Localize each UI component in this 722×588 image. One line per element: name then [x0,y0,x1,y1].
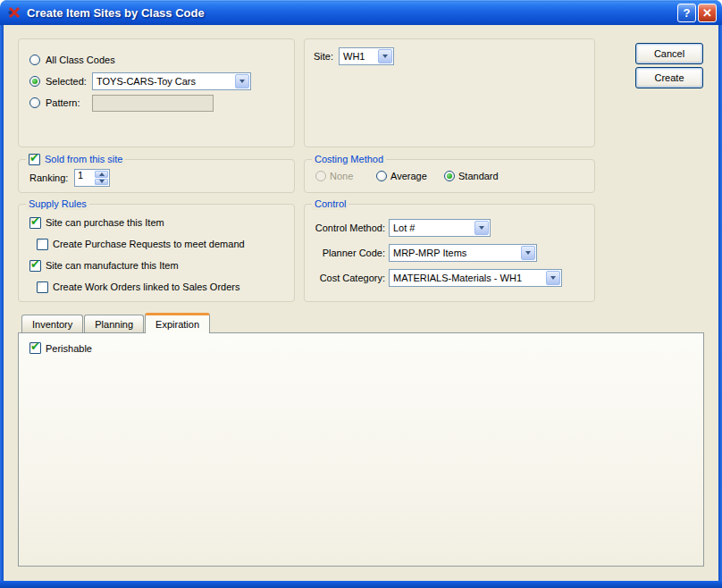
control-method-combobox[interactable]: Lot # [389,219,491,237]
create-work-orders-checkbox[interactable]: ✔ [37,281,48,293]
site-combobox[interactable]: WH1 [339,47,394,65]
costing-method-group: Costing Method None Average Standard [304,159,595,193]
site-can-manufacture-checkbox[interactable]: ✔ [29,260,41,272]
control-method-dropdown-button[interactable] [474,221,489,235]
cost-category-combobox[interactable]: MATERIALS-Materials - WH1 [389,269,562,287]
ranking-input[interactable] [75,170,94,181]
dialog-body: All Class Codes Selected: TOYS-CARS-Toy … [4,25,718,581]
create-purchase-requests-checkbox[interactable]: ✔ [37,239,48,250]
check-icon: ✔ [30,214,40,228]
all-class-codes-option[interactable]: All Class Codes [29,50,115,70]
help-icon: ? [684,6,691,20]
costing-none-radio [315,171,326,181]
window-border-bottom [0,581,722,588]
cost-category-dropdown-button[interactable] [546,271,560,285]
sold-from-site-group: ✔ Sold from this site Ranking: [18,159,295,193]
sold-from-site-checkbox[interactable]: ✔ [29,154,40,165]
chevron-down-icon [550,276,556,280]
perishable-label: Perishable [46,343,92,354]
tab-inventory[interactable]: Inventory [21,315,83,332]
all-class-codes-radio[interactable] [29,55,40,65]
ranking-spinner[interactable] [74,169,110,187]
create-purchase-requests-option[interactable]: ✔ Create Purchase Requests to meet deman… [37,238,294,250]
arrow-up-icon [99,172,105,176]
cost-category-value: MATERIALS-Materials - WH1 [390,270,545,286]
check-icon: ✔ [30,257,40,271]
dialog-window: Create Item Sites by Class Code ? ✕ All … [0,0,722,588]
site-can-manufacture-label: Site can manufacture this Item [46,260,179,271]
site-combobox-dropdown-button[interactable] [378,49,392,63]
window-title: Create Item Sites by Class Code [27,6,677,20]
planner-code-combobox[interactable]: MRP-MRP Items [389,244,537,262]
chevron-down-icon [382,55,388,58]
create-purchase-requests-label: Create Purchase Requests to meet demand [53,239,245,249]
close-icon: ✕ [702,6,712,20]
planner-code-dropdown-button[interactable] [521,246,535,260]
control-title: Control [312,197,348,210]
tab-expiration-label: Expiration [155,319,199,330]
costing-standard-radio[interactable] [444,171,455,181]
site-label: Site: [314,51,333,62]
planner-code-value: MRP-MRP Items [390,245,520,261]
supply-rules-title: Supply Rules [26,197,89,210]
selected-label: Selected: [46,76,87,87]
chevron-down-icon [525,251,531,255]
class-code-combobox-dropdown-button[interactable] [235,74,249,88]
selected-class-code-option[interactable]: Selected: TOYS-CARS-Toy Cars [29,71,251,91]
control-method-label: Control Method: [312,223,385,233]
pattern-radio[interactable] [29,97,40,108]
check-icon: ✔ [30,340,40,353]
check-icon: ✔ [29,151,39,164]
tab-expiration[interactable]: Expiration [145,313,210,333]
class-code-combobox-value: TOYS-CARS-Toy Cars [93,73,234,89]
close-button[interactable]: ✕ [698,4,717,22]
tab-bar: Inventory Planning Expiration [21,313,211,332]
site-combobox-value: WH1 [340,48,377,64]
planner-code-label: Planner Code: [312,248,385,258]
perishable-checkbox[interactable]: ✔ [29,342,41,354]
cancel-button-label: Cancel [654,48,684,59]
costing-average-radio[interactable] [376,171,387,181]
site-group: Site: WH1 [304,38,595,147]
pattern-option[interactable]: Pattern: [29,93,214,113]
control-method-value: Lot # [390,220,474,236]
costing-average-label: Average [390,171,427,181]
costing-none-option: None [315,171,353,181]
cost-category-label: Cost Category: [312,273,385,283]
pattern-label: Pattern: [46,97,87,108]
supply-rules-group: Supply Rules ✔ Site can purchase this It… [18,204,295,302]
tab-planning[interactable]: Planning [84,315,144,332]
create-work-orders-label: Create Work Orders linked to Sales Order… [53,281,239,292]
class-code-combobox[interactable]: TOYS-CARS-Toy Cars [92,72,251,90]
app-icon [7,5,21,20]
control-group: Control Control Method: Lot # Planner Co… [304,204,595,302]
pattern-input[interactable] [92,95,214,112]
site-can-purchase-option[interactable]: ✔ Site can purchase this Item [29,216,294,229]
help-button[interactable]: ? [677,4,696,22]
create-work-orders-option[interactable]: ✔ Create Work Orders linked to Sales Ord… [37,281,294,293]
ranking-spin-down-button[interactable] [95,179,108,186]
cancel-button[interactable]: Cancel [635,43,703,64]
site-can-purchase-checkbox[interactable]: ✔ [29,217,41,229]
all-class-codes-label: All Class Codes [46,55,115,65]
perishable-option[interactable]: ✔ Perishable [29,342,92,354]
class-code-group: All Class Codes Selected: TOYS-CARS-Toy … [18,38,295,147]
ranking-spin-up-button[interactable] [95,171,108,178]
create-button-label: Create [654,72,684,83]
site-can-manufacture-option[interactable]: ✔ Site can manufacture this Item [29,259,294,272]
ranking-label: Ranking: [29,172,71,183]
sold-from-site-option[interactable]: ✔ Sold from this site [26,153,125,165]
chevron-down-icon [479,226,484,230]
sold-from-site-label: Sold from this site [45,154,122,164]
tab-planning-label: Planning [95,319,133,330]
selected-radio[interactable] [29,76,40,87]
costing-average-option[interactable]: Average [376,171,427,181]
titlebar[interactable]: Create Item Sites by Class Code ? ✕ [0,0,722,25]
tab-inventory-label: Inventory [32,319,72,330]
costing-standard-option[interactable]: Standard [444,171,499,181]
create-button[interactable]: Create [635,67,703,88]
costing-method-title: Costing Method [312,153,386,165]
window-border-right [718,25,722,588]
arrow-down-icon [99,180,105,183]
expiration-tab-panel: ✔ Perishable [18,332,704,567]
